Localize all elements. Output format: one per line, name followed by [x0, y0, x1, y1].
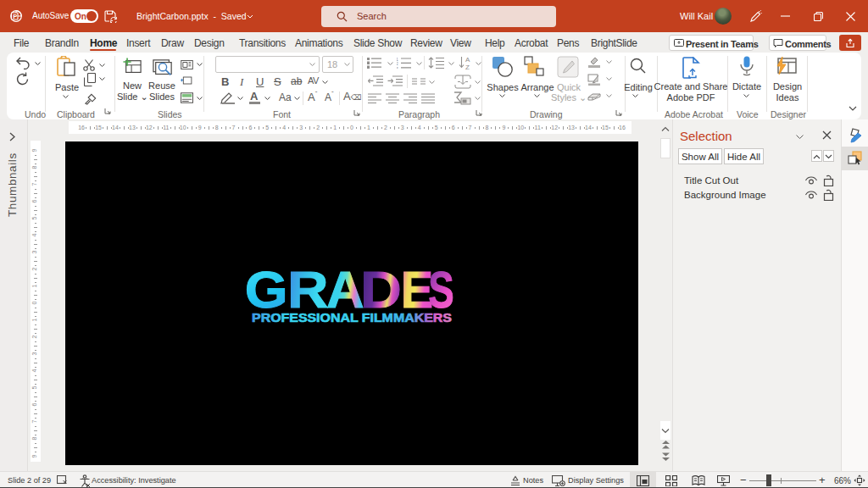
svg-text:PROFESSIONAL FILMMAKERS: PROFESSIONAL FILMMAKERS [252, 311, 452, 324]
svg-text:R: R [287, 259, 329, 319]
svg-text:Z: Z [465, 64, 470, 69]
svg-text:A: A [465, 56, 470, 64]
svg-text:P: P [13, 13, 17, 20]
svg-text:3: 3 [397, 66, 398, 69]
svg-text:A: A [326, 260, 364, 319]
svg-text:G: G [245, 260, 288, 319]
svg-text:D: D [360, 260, 402, 319]
